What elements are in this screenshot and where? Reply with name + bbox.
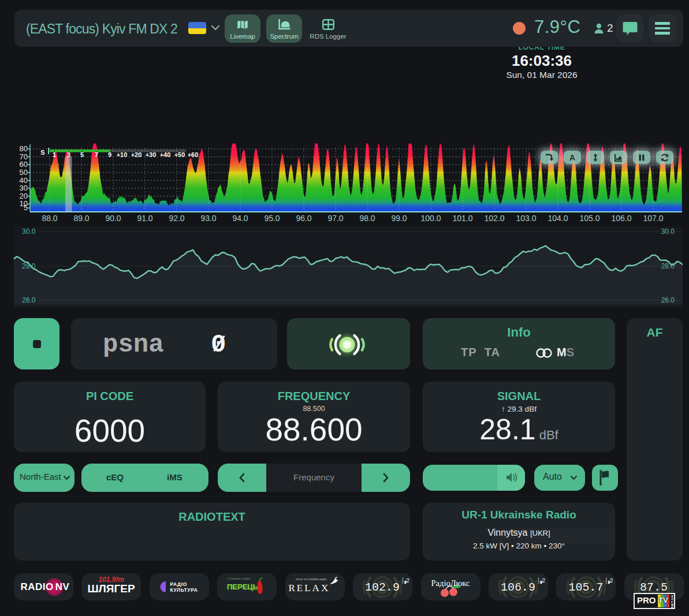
- svg-text:1: 1: [53, 151, 56, 158]
- svg-text:26.0: 26.0: [22, 296, 36, 304]
- svg-text:91.0: 91.0: [137, 214, 152, 223]
- svg-text:101.0: 101.0: [452, 214, 472, 223]
- svg-text:97.0: 97.0: [327, 214, 343, 223]
- svg-text:106.0: 106.0: [611, 214, 631, 223]
- svg-text:90.0: 90.0: [105, 214, 121, 223]
- svg-text:30.0: 30.0: [22, 227, 36, 236]
- svg-text:99.0: 99.0: [391, 214, 407, 223]
- svg-text:93.0: 93.0: [200, 214, 216, 223]
- svg-text:107.0: 107.0: [643, 214, 663, 223]
- svg-text:+30: +30: [146, 151, 157, 158]
- svg-text:92.0: 92.0: [169, 214, 184, 223]
- svg-text:28.0: 28.0: [22, 262, 36, 270]
- svg-text:+10: +10: [117, 151, 128, 158]
- svg-text:103.0: 103.0: [516, 214, 536, 223]
- svg-text:30.0: 30.0: [661, 227, 675, 236]
- svg-text:28.0: 28.0: [661, 262, 675, 270]
- svg-text:+60: +60: [188, 151, 199, 158]
- svg-text:26.0: 26.0: [661, 296, 675, 304]
- svg-text:5: 5: [80, 151, 84, 158]
- svg-text:3: 3: [67, 151, 70, 158]
- svg-text:+40: +40: [160, 151, 171, 158]
- svg-text:102.0: 102.0: [484, 214, 504, 223]
- svg-text:89.0: 89.0: [73, 214, 89, 223]
- svg-text:+50: +50: [174, 151, 185, 158]
- svg-text:7: 7: [95, 151, 98, 158]
- svg-text:94.0: 94.0: [232, 214, 248, 223]
- svg-text:96.0: 96.0: [296, 214, 311, 223]
- svg-text:5: 5: [24, 203, 28, 212]
- svg-text:95.0: 95.0: [264, 214, 280, 223]
- svg-text:105.0: 105.0: [579, 214, 599, 223]
- svg-text:98.0: 98.0: [359, 214, 375, 223]
- svg-text:104.0: 104.0: [548, 214, 568, 223]
- svg-text:S: S: [40, 149, 44, 156]
- svg-text:88.0: 88.0: [42, 214, 57, 223]
- svg-text:+20: +20: [131, 151, 142, 158]
- svg-text:9: 9: [108, 151, 111, 158]
- svg-text:100.0: 100.0: [420, 214, 441, 223]
